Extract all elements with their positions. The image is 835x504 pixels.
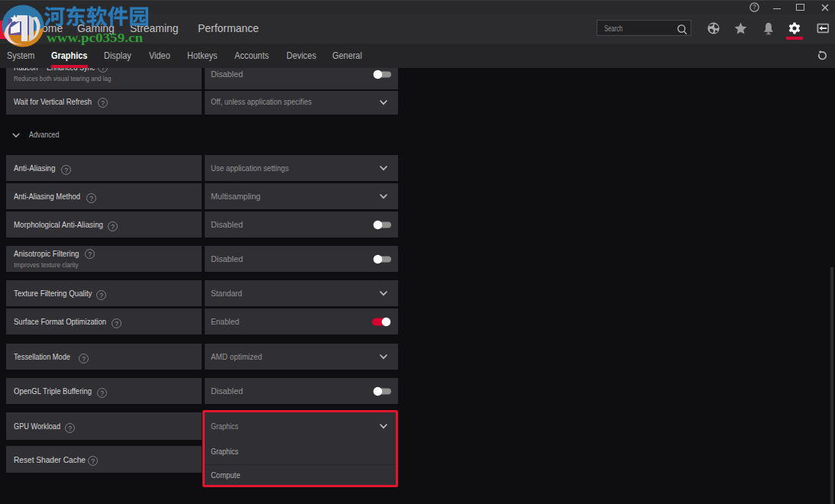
svg-text:?: ? xyxy=(752,3,756,11)
